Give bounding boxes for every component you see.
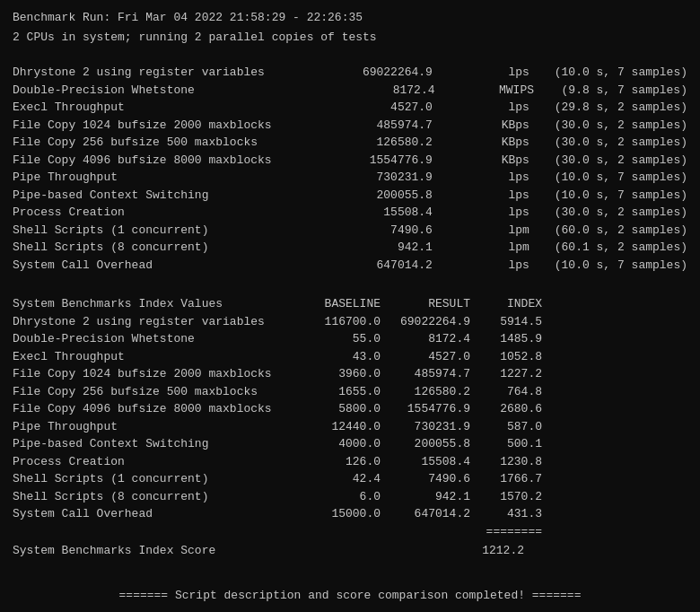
index-row-result: 200055.8 xyxy=(381,435,470,453)
bench-row: Double-Precision Whetstone8172.4MWIPS(9.… xyxy=(13,82,687,100)
index-data-row: Dhrystone 2 using register variables1167… xyxy=(13,313,687,331)
bench-row: System Call Overhead647014.2lps(10.0 s, … xyxy=(13,257,687,275)
index-row-baseline: 43.0 xyxy=(300,348,381,366)
index-row-index: 1230.8 xyxy=(470,453,542,471)
bench-label: Pipe Throughput xyxy=(13,169,300,187)
bench-label: Dhrystone 2 using register variables xyxy=(13,64,300,82)
bench-unit: KBps xyxy=(458,134,529,152)
bench-value: 647014.2 xyxy=(325,257,433,275)
index-row-label: Shell Scripts (8 concurrent) xyxy=(13,488,300,506)
bench-extra: (60.1 s, 2 samples) xyxy=(555,239,687,257)
footer-line: ======= Script description and score com… xyxy=(13,587,687,605)
bench-value: 485974.7 xyxy=(325,117,433,135)
index-row-result: 485974.7 xyxy=(381,365,470,383)
index-header-index: INDEX xyxy=(470,295,542,313)
bench-extra: (60.0 s, 2 samples) xyxy=(555,222,687,240)
bench-unit: lps xyxy=(458,169,529,187)
index-row-result: 942.1 xyxy=(381,488,470,506)
index-row-index: 1485.9 xyxy=(470,330,542,348)
bench-label: Shell Scripts (8 concurrent) xyxy=(13,239,300,257)
index-row-label: Process Creation xyxy=(13,453,300,471)
bench-extra: (10.0 s, 7 samples) xyxy=(555,64,687,82)
index-data-row: Process Creation126.015508.41230.8 xyxy=(13,453,687,471)
bench-unit: lps xyxy=(458,64,529,82)
index-row-baseline: 6.0 xyxy=(300,488,381,506)
bench-row: File Copy 256 bufsize 500 maxblocks12658… xyxy=(13,134,687,152)
index-data-row: File Copy 256 bufsize 500 maxblocks1655.… xyxy=(13,383,687,401)
bench-row: File Copy 4096 bufsize 8000 maxblocks155… xyxy=(13,152,687,170)
index-row-baseline: 116700.0 xyxy=(300,313,381,331)
index-row-result: 126580.2 xyxy=(381,383,470,401)
index-section: System Benchmarks Index ValuesBASELINERE… xyxy=(13,295,687,560)
bench-row: File Copy 1024 bufsize 2000 maxblocks485… xyxy=(13,117,687,135)
index-row-baseline: 12440.0 xyxy=(300,418,381,436)
bench-extra: (10.0 s, 7 samples) xyxy=(555,257,687,275)
bench-extra: (9.8 s, 7 samples) xyxy=(562,82,687,100)
index-row-result: 730231.9 xyxy=(381,418,470,436)
index-table-header: System Benchmarks Index ValuesBASELINERE… xyxy=(13,295,687,313)
index-row-label: File Copy 4096 bufsize 8000 maxblocks xyxy=(13,400,300,418)
bench-value: 7490.6 xyxy=(325,222,433,240)
bench-unit: MWIPS xyxy=(462,82,534,100)
index-row-index: 2680.6 xyxy=(470,400,542,418)
index-row-baseline: 15000.0 xyxy=(300,505,381,523)
score-value: 1212.2 xyxy=(452,542,524,560)
index-row-index: 764.8 xyxy=(470,383,542,401)
bench-label: File Copy 256 bufsize 500 maxblocks xyxy=(13,134,300,152)
bench-row: Pipe-based Context Switching200055.8lps(… xyxy=(13,187,687,205)
index-row-result: 69022264.9 xyxy=(381,313,470,331)
index-row-label: Execl Throughput xyxy=(13,348,300,366)
equals-divider: ======== xyxy=(13,523,542,541)
bench-extra: (30.0 s, 2 samples) xyxy=(555,134,687,152)
bench-value: 8172.4 xyxy=(328,82,435,100)
index-row-index: 431.3 xyxy=(470,505,542,523)
index-data-row: File Copy 4096 bufsize 8000 maxblocks580… xyxy=(13,400,687,418)
bench-row: Execl Throughput4527.0lps(29.8 s, 2 samp… xyxy=(13,99,687,117)
index-row-label: Pipe Throughput xyxy=(13,418,300,436)
bench-unit: lps xyxy=(458,99,529,117)
bench-extra: (30.0 s, 2 samples) xyxy=(555,204,687,222)
index-row-result: 4527.0 xyxy=(381,348,470,366)
score-label: System Benchmarks Index Score xyxy=(13,542,452,560)
index-row-result: 7490.6 xyxy=(381,470,470,488)
index-row-label: Dhrystone 2 using register variables xyxy=(13,313,300,331)
bench-row: Shell Scripts (8 concurrent)942.1lpm(60.… xyxy=(13,239,687,257)
bench-extra: (29.8 s, 2 samples) xyxy=(555,99,687,117)
bench-row: Dhrystone 2 using register variables6902… xyxy=(13,64,687,82)
bench-label: File Copy 4096 bufsize 8000 maxblocks xyxy=(13,152,300,170)
index-data-row: Pipe-based Context Switching4000.0200055… xyxy=(13,435,687,453)
index-row-baseline: 126.0 xyxy=(300,453,381,471)
index-data-row: System Call Overhead15000.0647014.2431.3 xyxy=(13,505,687,523)
bench-value: 942.1 xyxy=(325,239,433,257)
bench-unit: lps xyxy=(458,257,529,275)
index-row-label: File Copy 256 bufsize 500 maxblocks xyxy=(13,383,300,401)
index-row-index: 1766.7 xyxy=(470,470,542,488)
index-header-result: RESULT xyxy=(381,295,470,313)
index-row-result: 647014.2 xyxy=(381,505,470,523)
header-line1: Benchmark Run: Fri Mar 04 2022 21:58:29 … xyxy=(13,9,687,27)
bench-extra: (10.0 s, 7 samples) xyxy=(555,187,687,205)
index-row-label: Pipe-based Context Switching xyxy=(13,435,300,453)
bench-value: 15508.4 xyxy=(325,204,433,222)
bench-extra: (10.0 s, 7 samples) xyxy=(555,169,687,187)
header-line2: 2 CPUs in system; running 2 parallel cop… xyxy=(13,29,687,47)
index-row-label: Double-Precision Whetstone xyxy=(13,330,300,348)
bench-label: Execl Throughput xyxy=(13,99,300,117)
index-row-index: 1052.8 xyxy=(470,348,542,366)
index-data-row: Pipe Throughput12440.0730231.9587.0 xyxy=(13,418,687,436)
index-data-row: Execl Throughput43.04527.01052.8 xyxy=(13,348,687,366)
index-row-result: 1554776.9 xyxy=(381,400,470,418)
index-header-label: System Benchmarks Index Values xyxy=(13,295,300,313)
index-row-baseline: 5800.0 xyxy=(300,400,381,418)
index-row-baseline: 3960.0 xyxy=(300,365,381,383)
index-data-row: Double-Precision Whetstone55.08172.41485… xyxy=(13,330,687,348)
bench-unit: lps xyxy=(458,187,529,205)
index-data-row: Shell Scripts (1 concurrent)42.47490.617… xyxy=(13,470,687,488)
bench-row: Pipe Throughput730231.9lps(10.0 s, 7 sam… xyxy=(13,169,687,187)
index-data-row: File Copy 1024 bufsize 2000 maxblocks396… xyxy=(13,365,687,383)
bench-extra: (30.0 s, 2 samples) xyxy=(555,117,687,135)
index-row-index: 1570.2 xyxy=(470,488,542,506)
bench-row: Shell Scripts (1 concurrent)7490.6lpm(60… xyxy=(13,222,687,240)
bench-row: Process Creation15508.4lps(30.0 s, 2 sam… xyxy=(13,204,687,222)
bench-extra: (30.0 s, 2 samples) xyxy=(555,152,687,170)
